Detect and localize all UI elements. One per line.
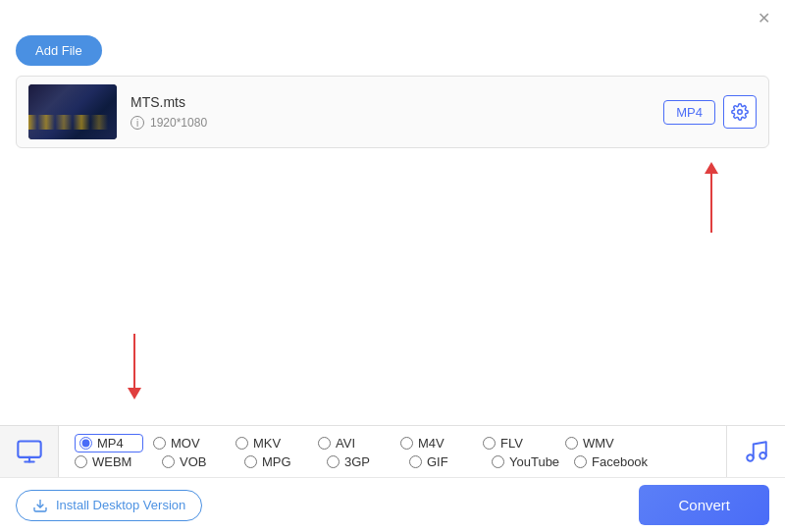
label-mp4: MP4 (97, 436, 124, 451)
arrow-head-up (705, 162, 718, 174)
file-meta: i 1920*1080 (131, 116, 663, 130)
radio-avi[interactable] (318, 437, 331, 450)
format-option-facebook[interactable]: Facebook (574, 454, 648, 469)
format-option-webm[interactable]: WEBM (75, 454, 152, 469)
format-option-mpg[interactable]: MPG (244, 454, 313, 469)
convert-button[interactable]: Convert (639, 485, 769, 525)
radio-mp4[interactable] (79, 437, 92, 450)
format-panel: MP4 MOV MKV AVI M4V (0, 425, 785, 477)
arrow-mp4-annotation (128, 334, 141, 399)
bottom-bar: Install Desktop Version Convert (0, 477, 785, 532)
file-actions: MP4 (663, 95, 757, 129)
label-vob: VOB (180, 454, 206, 469)
format-option-youtube[interactable]: YouTube (492, 454, 560, 469)
arrow-line-up (710, 174, 712, 233)
title-bar: ✕ (0, 0, 785, 31)
label-wmv: WMV (583, 436, 614, 451)
svg-point-4 (747, 454, 754, 461)
arrow-head-down (128, 388, 141, 399)
format-option-mp4[interactable]: MP4 (75, 434, 143, 452)
file-card: MTS.mts i 1920*1080 MP4 (16, 76, 769, 148)
format-option-avi[interactable]: AVI (318, 436, 387, 451)
audio-type-button[interactable] (726, 426, 785, 477)
svg-point-5 (759, 452, 766, 459)
thumbnail-lights (28, 115, 117, 130)
file-resolution: 1920*1080 (150, 116, 207, 130)
toolbar: Add File (0, 31, 785, 76)
format-option-wmv[interactable]: WMV (565, 436, 634, 451)
format-option-3gp[interactable]: 3GP (327, 454, 395, 469)
format-panel-inner: MP4 MOV MKV AVI M4V (0, 426, 785, 477)
label-avi: AVI (336, 436, 355, 451)
format-option-gif[interactable]: GIF (409, 454, 478, 469)
format-option-vob[interactable]: VOB (162, 454, 231, 469)
radio-gif[interactable] (409, 455, 422, 468)
arrow-settings-annotation (705, 162, 718, 233)
label-mpg: MPG (262, 454, 291, 469)
format-option-mkv[interactable]: MKV (236, 436, 304, 451)
file-name: MTS.mts (131, 94, 663, 110)
radio-mkv[interactable] (236, 437, 248, 450)
format-option-mov[interactable]: MOV (153, 436, 222, 451)
label-m4v: M4V (418, 436, 445, 451)
video-type-button[interactable] (0, 426, 59, 477)
radio-webm[interactable] (75, 455, 87, 468)
file-info: MTS.mts i 1920*1080 (131, 94, 663, 130)
arrow-line-down (133, 334, 135, 388)
label-3gp: 3GP (344, 454, 370, 469)
label-mkv: MKV (253, 436, 281, 451)
format-option-m4v[interactable]: M4V (400, 436, 469, 451)
radio-facebook[interactable] (574, 455, 587, 468)
radio-youtube[interactable] (492, 455, 504, 468)
close-button[interactable]: ✕ (754, 8, 773, 27)
install-button[interactable]: Install Desktop Version (16, 490, 202, 521)
svg-rect-1 (18, 442, 40, 457)
install-label: Install Desktop Version (56, 498, 185, 512)
svg-point-0 (738, 110, 743, 115)
format-option-flv[interactable]: FLV (483, 436, 551, 451)
info-icon: i (131, 116, 144, 130)
add-file-button[interactable]: Add File (16, 35, 102, 66)
radio-wmv[interactable] (565, 437, 578, 450)
radio-vob[interactable] (162, 455, 175, 468)
radio-flv[interactable] (483, 437, 496, 450)
download-icon (32, 498, 48, 513)
radio-mpg[interactable] (244, 455, 257, 468)
format-row-2: WEBM VOB MPG 3GP GIF (75, 454, 710, 469)
label-flv: FLV (500, 436, 523, 451)
label-mov: MOV (171, 436, 200, 451)
format-badge[interactable]: MP4 (663, 100, 715, 125)
radio-m4v[interactable] (400, 437, 413, 450)
thumbnail-image (28, 84, 117, 139)
label-youtube: YouTube (509, 454, 559, 469)
label-facebook: Facebook (592, 454, 648, 469)
radio-mov[interactable] (153, 437, 166, 450)
label-gif: GIF (427, 454, 448, 469)
format-options: MP4 MOV MKV AVI M4V (59, 426, 726, 477)
file-thumbnail (28, 84, 117, 139)
format-row-1: MP4 MOV MKV AVI M4V (75, 434, 710, 452)
label-webm: WEBM (92, 454, 131, 469)
radio-3gp[interactable] (327, 455, 340, 468)
settings-button[interactable] (723, 95, 757, 129)
